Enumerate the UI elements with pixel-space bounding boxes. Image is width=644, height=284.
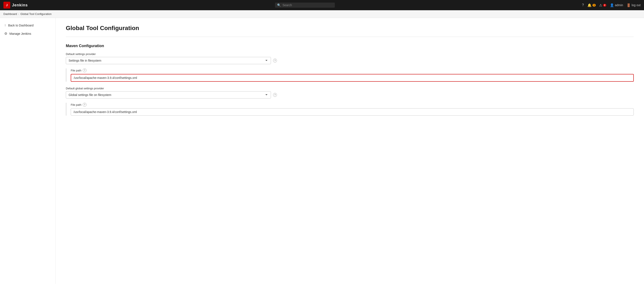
default-global-settings-select-wrapper: Global settings file on filesystem Defau…: [66, 91, 634, 99]
file-path-help-icon-global[interactable]: ?: [83, 103, 86, 107]
default-settings-help-icon[interactable]: ?: [273, 59, 277, 62]
alert-icon[interactable]: ⚠: [599, 3, 602, 7]
gear-icon: ⚙: [4, 31, 7, 36]
search-input[interactable]: [282, 3, 333, 7]
file-path-input-settings[interactable]: [71, 74, 634, 82]
notification-badge: 1: [592, 4, 596, 6]
file-path-subsection-global: File path ?: [66, 103, 634, 116]
arrow-up-icon: ↑: [4, 23, 6, 27]
main-content: Global Tool Configuration Maven Configur…: [56, 18, 644, 284]
default-global-settings-help-icon[interactable]: ?: [273, 93, 277, 97]
sidebar: ↑ Back to Dashboard ⚙ Manage Jenkins: [0, 18, 56, 284]
default-settings-select-wrapper: Settings file in filesystem Default Mave…: [66, 57, 634, 64]
default-global-settings-label: Default global settings provider: [66, 87, 634, 90]
user-group: 👤 admin: [610, 3, 623, 7]
navbar: J Jenkins 🔍 ? 🔔 1 ⚠ 2 👤 admin 🚪 log out: [0, 0, 644, 10]
divider: [66, 37, 634, 37]
breadcrumb-current: Global Tool Configuration: [20, 12, 52, 15]
file-path-label-global: File path ?: [71, 103, 634, 107]
file-path-subsection-settings: File path ?: [66, 68, 634, 82]
file-path-text-global: File path: [71, 103, 82, 106]
file-path-label-settings: File path ?: [71, 68, 634, 72]
layout: ↑ Back to Dashboard ⚙ Manage Jenkins Glo…: [0, 18, 644, 284]
default-settings-label: Default settings provider: [66, 52, 634, 56]
sidebar-label-back: Back to Dashboard: [8, 24, 34, 27]
search-icon: 🔍: [277, 3, 281, 7]
breadcrumb: Dashboard › Global Tool Configuration: [0, 10, 644, 18]
sidebar-item-back-to-dashboard[interactable]: ↑ Back to Dashboard: [0, 21, 55, 29]
navbar-left: J Jenkins: [4, 2, 28, 8]
default-settings-select[interactable]: Settings file in filesystem Default Mave…: [66, 57, 271, 64]
help-icon[interactable]: ?: [582, 3, 584, 7]
alert-group: ⚠ 2: [599, 3, 606, 7]
jenkins-logo-text: Jenkins: [12, 3, 28, 7]
file-path-text-settings: File path: [71, 69, 82, 72]
sidebar-item-manage-jenkins[interactable]: ⚙ Manage Jenkins: [0, 29, 55, 38]
default-settings-provider-group: Default settings provider Settings file …: [66, 52, 634, 64]
file-path-input-global[interactable]: [71, 108, 634, 116]
logout-group: 🚪 log out: [626, 3, 640, 7]
breadcrumb-dashboard[interactable]: Dashboard: [4, 12, 17, 15]
logout-button[interactable]: log out: [632, 3, 640, 7]
logout-icon: 🚪: [626, 3, 631, 7]
user-icon: 👤: [610, 3, 614, 7]
breadcrumb-separator: ›: [18, 12, 19, 15]
jenkins-logo-icon: J: [4, 2, 10, 8]
file-path-help-icon-settings[interactable]: ?: [83, 68, 86, 72]
maven-config-section: Maven Configuration Default settings pro…: [66, 44, 634, 116]
page-title: Global Tool Configuration: [66, 25, 634, 31]
sidebar-label-manage: Manage Jenkins: [10, 32, 31, 35]
section-title-maven: Maven Configuration: [66, 44, 634, 48]
bell-icon[interactable]: 🔔: [588, 3, 592, 7]
default-global-settings-provider-group: Default global settings provider Global …: [66, 87, 634, 99]
default-global-settings-select[interactable]: Global settings file on filesystem Defau…: [66, 91, 271, 99]
user-label: admin: [615, 3, 623, 7]
notification-group: 🔔 1: [588, 3, 596, 7]
search-bar[interactable]: 🔍: [275, 2, 335, 8]
alert-badge: 2: [603, 4, 606, 6]
navbar-right: ? 🔔 1 ⚠ 2 👤 admin 🚪 log out: [582, 3, 640, 7]
jenkins-logo: J Jenkins: [4, 2, 28, 8]
